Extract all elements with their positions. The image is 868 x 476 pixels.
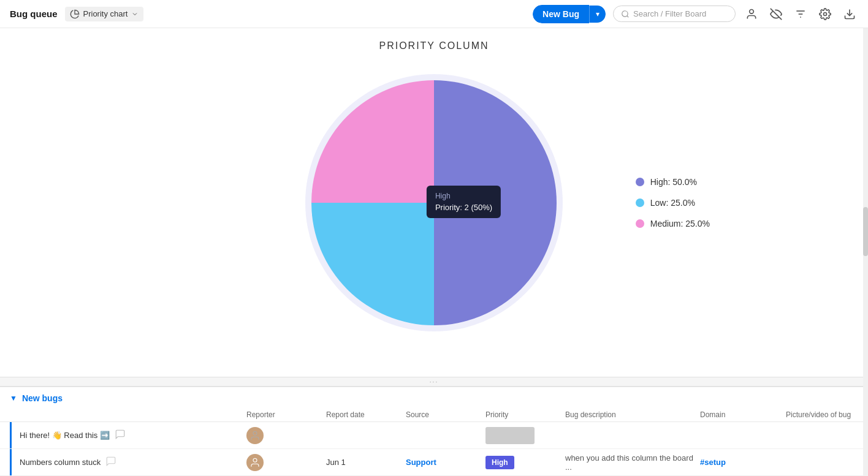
priority-badge: High <box>485 456 514 469</box>
col-domain: Domain <box>700 410 786 419</box>
priority-empty-badge <box>485 427 535 444</box>
row-domain-cell: #setup <box>700 458 786 467</box>
legend-item-high: High: 50.0% <box>636 177 710 187</box>
legend-dot-high <box>636 178 644 186</box>
new-bug-button-group: New Bug ▾ <box>533 5 606 23</box>
settings-icon[interactable] <box>817 6 834 23</box>
resize-divider[interactable]: ··· <box>0 377 868 387</box>
col-bug-description: Bug description <box>565 410 700 419</box>
chart-legend: High: 50.0% Low: 25.0% Medium: 25.0% <box>636 177 710 229</box>
eye-off-icon[interactable] <box>767 6 785 23</box>
page-title: Bug queue <box>10 9 58 19</box>
col-picture: Picture/video of bug <box>786 410 858 419</box>
new-bug-dropdown-button[interactable]: ▾ <box>589 6 606 23</box>
row-name-cell: Hi there! 👋 Read this ➡️ <box>20 429 246 442</box>
col-report-date: Report date <box>326 410 406 419</box>
row-reporter-cell <box>246 427 326 444</box>
filter-icon[interactable] <box>792 6 809 23</box>
chart-icon <box>70 9 80 19</box>
table-columns-header: Reporter Report date Source Priority Bug… <box>0 408 868 422</box>
pie-segment-medium[interactable] <box>311 80 434 203</box>
legend-dot-medium <box>636 219 644 228</box>
avatar <box>246 427 264 444</box>
row-priority-cell: High <box>485 456 565 469</box>
scrollbar[interactable] <box>863 28 868 476</box>
row-desc-cell: when you add this column the board ... <box>565 453 700 472</box>
pie-segment-low[interactable] <box>311 203 434 325</box>
legend-label-low: Low: 25.0% <box>650 198 695 208</box>
search-icon <box>621 10 630 18</box>
row-reporter-cell <box>246 454 326 471</box>
row-source-cell: Support <box>406 458 485 467</box>
svg-point-10 <box>253 431 257 435</box>
search-placeholder: Search / Filter Board <box>633 9 706 18</box>
legend-item-medium: Medium: 25.0% <box>636 219 710 229</box>
pie-segment-high-top[interactable] <box>434 80 557 203</box>
row-name-text: Numbers column stuck <box>20 458 101 467</box>
svg-point-7 <box>824 12 827 15</box>
chat-bubble-icon[interactable] <box>115 429 126 442</box>
legend-label-medium: Medium: 25.0% <box>650 219 710 229</box>
row-date-cell: Jun 1 <box>326 458 406 467</box>
col-reporter: Reporter <box>246 410 326 419</box>
col-name <box>20 410 246 419</box>
table-row[interactable]: Numbers column stuck Jun 1 Support High … <box>0 449 868 476</box>
avatar <box>246 454 264 471</box>
table-area: ▼ New bugs Reporter Report date Source P… <box>0 387 868 476</box>
col-priority: Priority <box>485 410 565 419</box>
svg-point-2 <box>750 9 754 13</box>
chevron-down-icon <box>131 10 139 18</box>
section-label: New bugs <box>22 393 63 403</box>
source-link[interactable]: Support <box>406 458 436 467</box>
section-header: ▼ New bugs <box>0 387 868 408</box>
row-name-cell: Numbers column stuck <box>20 456 246 469</box>
pie-segment-high-bottom[interactable] <box>434 203 557 325</box>
svg-point-11 <box>253 458 257 462</box>
section-collapse-arrow[interactable]: ▼ <box>10 394 17 402</box>
legend-dot-low <box>636 198 644 207</box>
svg-line-1 <box>627 15 629 17</box>
col-source: Source <box>406 410 485 419</box>
chart-tab-label: Priority chart <box>83 9 128 18</box>
header: Bug queue Priority chart New Bug ▾ Searc… <box>0 0 868 28</box>
search-box[interactable]: Search / Filter Board <box>613 6 736 22</box>
row-priority-cell <box>485 427 565 444</box>
pie-chart[interactable] <box>293 62 575 344</box>
svg-point-0 <box>622 10 628 16</box>
chat-bubble-icon[interactable] <box>105 456 116 469</box>
download-icon[interactable] <box>841 6 858 23</box>
chart-title: PRIORITY COLUMN <box>379 40 489 51</box>
table-row[interactable]: Hi there! 👋 Read this ➡️ <box>0 422 868 449</box>
chart-container: High Priority: 2 (50%) High: 50.0% Low: … <box>293 62 575 344</box>
new-bug-button[interactable]: New Bug <box>533 5 589 23</box>
priority-chart-tab[interactable]: Priority chart <box>65 7 144 21</box>
legend-item-low: Low: 25.0% <box>636 198 710 208</box>
chart-area: PRIORITY COLUMN High Priority: 2 (50%) H… <box>0 28 868 377</box>
user-icon[interactable] <box>743 6 760 23</box>
domain-link[interactable]: #setup <box>700 458 726 467</box>
row-name-text: Hi there! 👋 Read this ➡️ <box>20 431 110 440</box>
scrollbar-thumb[interactable] <box>863 207 868 256</box>
legend-label-high: High: 50.0% <box>650 177 697 187</box>
